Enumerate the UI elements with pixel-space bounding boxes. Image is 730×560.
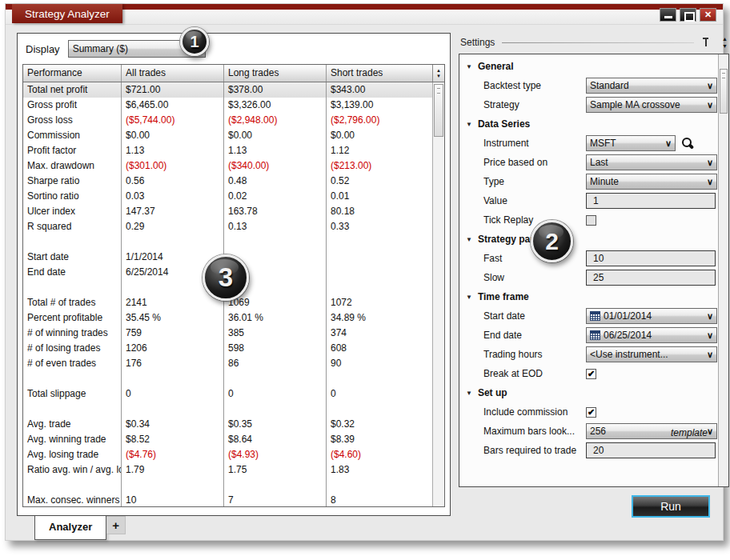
table-row[interactable]: Percent profitable35.45 %36.01 %34.89 % (23, 310, 444, 326)
pin-icon[interactable] (701, 37, 711, 48)
row-label: Avg. winning trade (23, 432, 121, 447)
table-row[interactable]: Avg. trade$0.34$0.35$0.32 (23, 417, 444, 432)
settings-section-header[interactable]: ▼General (459, 57, 717, 76)
row-value: 2141 (121, 295, 223, 310)
chevron-down-icon: ∨ (704, 350, 713, 360)
row-value (223, 371, 326, 386)
field-control: 10 (586, 250, 717, 266)
table-row[interactable]: Ulcer index147.37163.7880.18 (23, 204, 444, 219)
row-value (121, 478, 223, 493)
row-value (223, 402, 326, 417)
row-value: $378.00 (223, 82, 326, 98)
settings-section-header[interactable]: ▼Set up (459, 383, 717, 402)
row-value: ($340.00) (223, 158, 326, 174)
field-checkbox[interactable] (586, 215, 596, 226)
table-spacer-row (23, 478, 444, 493)
table-row[interactable]: Max. consec. winners1078 (23, 493, 444, 506)
field-dropdown[interactable]: Last∨ (586, 154, 717, 170)
row-value: 0 (326, 386, 444, 402)
chevron-down-icon: ∨ (663, 138, 672, 149)
row-value: 90 (326, 356, 444, 371)
table-vertical-scrollbar[interactable] (432, 82, 444, 506)
chevron-down-icon: ∨ (704, 100, 713, 110)
field-dropdown[interactable]: 06/25/2014∨ (586, 327, 717, 343)
run-button[interactable]: Run (632, 495, 710, 518)
scrollbar-thumb[interactable] (720, 69, 728, 114)
row-value (326, 478, 444, 493)
dropdown-value: Last (590, 157, 704, 168)
minimize-button[interactable] (660, 8, 676, 22)
row-value: $0.35 (223, 417, 326, 432)
field-dropdown[interactable]: Minute∨ (586, 174, 717, 190)
table-row[interactable]: Avg. winning trade$8.52$8.64$8.39 (23, 432, 444, 447)
callout-badge-2: 2 (531, 220, 573, 262)
template-link[interactable]: template (671, 427, 708, 438)
row-value: 0.52 (326, 174, 444, 189)
row-value: 0.03 (121, 189, 223, 204)
field-label: Value (483, 195, 586, 206)
row-value: 0.13 (223, 219, 326, 234)
field-input[interactable]: 1 (586, 193, 716, 209)
row-value (121, 402, 223, 417)
field-dropdown[interactable]: Standard∨ (586, 78, 717, 94)
row-value: 7 (223, 493, 326, 506)
field-input[interactable]: 10 (586, 250, 716, 266)
settings-section-header[interactable]: ▼Strategy param (459, 230, 717, 249)
table-row[interactable]: Max. drawdown($301.00)($340.00)($213.00) (23, 158, 444, 174)
row-value (223, 478, 326, 493)
settings-field-row: End date06/25/2014∨ (459, 326, 717, 345)
field-control: 20 (586, 442, 717, 458)
row-value: 608 (326, 341, 444, 356)
row-label: Gross loss (23, 113, 121, 128)
row-value: ($4.93) (223, 447, 326, 462)
field-label: Include commission (483, 406, 586, 418)
close-button[interactable]: ✕ (700, 8, 716, 22)
table-row[interactable]: Profit factor1.131.131.12 (23, 143, 444, 158)
field-label: Tick Replay (483, 214, 586, 226)
row-value: 1.13 (121, 143, 223, 158)
table-row[interactable]: R squared0.290.130.33 (23, 219, 444, 234)
settings-scroll-arrows[interactable]: ▲ ▼ (722, 36, 728, 50)
chevron-down-icon: ∨ (704, 158, 713, 168)
field-dropdown[interactable]: Sample MA crossove∨ (586, 97, 717, 113)
row-value: ($5,744.00) (121, 113, 223, 128)
field-checkbox[interactable]: ✔ (586, 407, 596, 418)
table-row[interactable]: Sortino ratio0.030.020.01 (23, 189, 444, 204)
field-dropdown[interactable]: 01/01/2014∨ (586, 308, 717, 324)
chevron-down-icon: ∨ (704, 330, 713, 341)
section-label: Time frame (478, 291, 529, 302)
field-dropdown[interactable]: MSFT∨ (586, 135, 676, 151)
table-row[interactable]: Avg. losing trade($4.76)($4.93)($4.60) (23, 447, 444, 462)
table-row[interactable]: Total slippage000 (23, 386, 444, 402)
row-label: Sortino ratio (23, 189, 121, 204)
section-label: Data Series (478, 118, 530, 130)
settings-vertical-scrollbar[interactable] (718, 54, 728, 486)
table-row[interactable]: Sharpe ratio0.560.480.52 (23, 174, 444, 189)
row-value: 759 (121, 326, 223, 341)
field-input[interactable]: 25 (586, 270, 716, 286)
table-row[interactable]: # of losing trades1206598608 (23, 341, 444, 356)
collapse-icon: ▼ (466, 63, 472, 70)
settings-field-row: Tick Replay (459, 210, 717, 230)
settings-section-header[interactable]: ▼Data Series (459, 114, 717, 134)
field-checkbox[interactable]: ✔ (586, 369, 596, 379)
table-row[interactable]: Commission$0.00$0.00$0.00 (23, 128, 444, 143)
search-icon[interactable] (680, 136, 695, 150)
field-dropdown[interactable]: <Use instrument...∨ (586, 346, 717, 362)
add-tab-button[interactable]: + (106, 516, 126, 534)
table-row[interactable]: Gross profit$6,465.00$3,326.00$3,139.00 (23, 98, 444, 113)
tab-analyzer[interactable]: Analyzer (34, 516, 106, 540)
table-row[interactable]: Ratio avg. win / avg. lo1.791.751.83 (23, 462, 444, 478)
scrollbar-arrows[interactable]: ▲ ▼ (432, 65, 444, 82)
field-input[interactable]: 20 (586, 442, 716, 458)
settings-section-header[interactable]: ▼Time frame (459, 287, 717, 306)
table-header: PerformanceAll tradesLong tradesShort tr… (23, 65, 444, 82)
scrollbar-thumb[interactable] (434, 84, 443, 137)
maximize-button[interactable] (680, 8, 696, 22)
table-row[interactable]: Gross loss($5,744.00)($2,948.00)($2,796.… (23, 113, 444, 128)
table-row[interactable]: # of winning trades759385374 (23, 326, 444, 341)
table-row[interactable]: Total net profit$721.00$378.00$343.00 (23, 82, 444, 98)
field-control: Standard∨ (586, 78, 717, 94)
table-row[interactable]: # of even trades1768690 (23, 356, 444, 371)
row-value: $0.00 (121, 128, 223, 143)
